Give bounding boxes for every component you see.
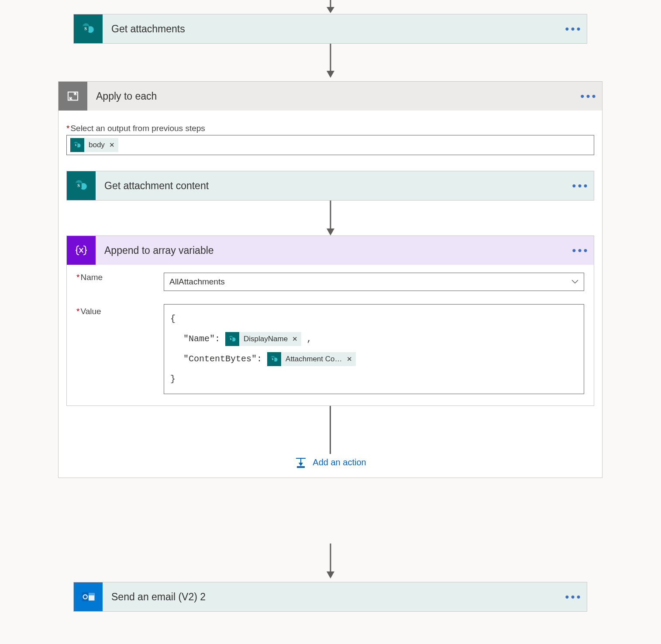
svg-rect-32	[297, 466, 305, 468]
sharepoint-icon: S	[70, 138, 84, 152]
select-output-label: *Select an output from previous steps	[66, 124, 594, 133]
add-action-label: Add an action	[313, 457, 366, 467]
step-title: Get attachments	[103, 23, 561, 35]
connector-line	[330, 406, 331, 454]
arrow-down-icon	[324, 0, 337, 13]
more-menu-icon[interactable]: •••	[561, 590, 587, 604]
name-value: AllAttachments	[169, 277, 225, 287]
add-action-button[interactable]: Add an action	[66, 456, 594, 469]
svg-marker-18	[327, 229, 334, 235]
sharepoint-icon: S	[74, 14, 103, 43]
json-name-key: "Name":	[183, 334, 220, 344]
json-contentbytes-key: "ContentBytes":	[183, 354, 262, 364]
chevron-down-icon	[571, 278, 578, 286]
token-remove[interactable]: ✕	[292, 329, 298, 349]
svg-marker-34	[327, 571, 334, 578]
step-title: Send an email (V2) 2	[103, 591, 561, 603]
arrow-down-icon	[324, 201, 337, 235]
arrow-down-icon	[324, 44, 337, 78]
svg-marker-7	[327, 71, 334, 78]
value-label: *Value	[76, 304, 164, 316]
step-apply-to-each[interactable]: Apply to each ••• *Select an output from…	[58, 81, 602, 478]
json-close: }	[170, 369, 578, 389]
insert-step-icon	[294, 456, 307, 469]
svg-text:S: S	[77, 183, 80, 188]
sharepoint-icon: S	[225, 332, 239, 346]
token-attachment-content[interactable]: S Attachment Co… ✕	[267, 352, 355, 366]
select-output-field[interactable]: S body ✕	[66, 135, 594, 155]
required-asterisk: *	[66, 124, 69, 133]
json-comma: ,	[306, 334, 312, 344]
more-menu-icon[interactable]: •••	[561, 22, 587, 36]
name-select[interactable]: AllAttachments	[164, 273, 584, 291]
svg-text:S: S	[84, 26, 87, 31]
value-field[interactable]: { "Name": S DisplayName ✕ ,	[164, 304, 584, 394]
arrow-down-icon	[324, 544, 337, 578]
more-menu-icon[interactable]: •••	[568, 244, 594, 257]
step-send-email[interactable]: Send an email (V2) 2 •••	[73, 582, 587, 612]
token-label: Attachment Co…	[286, 349, 342, 369]
name-label: *Name	[76, 273, 164, 291]
more-menu-icon[interactable]: •••	[576, 90, 602, 103]
step-get-attachment-content[interactable]: S Get attachment content •••	[66, 171, 594, 201]
outlook-icon	[74, 582, 103, 611]
step-title: Append to array variable	[96, 245, 568, 256]
step-title: Get attachment content	[96, 180, 568, 192]
sharepoint-icon: S	[267, 352, 281, 366]
token-label: body	[89, 141, 105, 149]
token-remove[interactable]: ✕	[109, 141, 115, 149]
token-label: DisplayName	[244, 329, 288, 349]
token-displayname[interactable]: S DisplayName ✕	[225, 332, 301, 346]
token-body[interactable]: S body ✕	[70, 138, 118, 152]
svg-marker-31	[299, 463, 303, 466]
step-title: Apply to each	[87, 90, 576, 102]
token-remove[interactable]: ✕	[347, 349, 352, 369]
step-get-attachments[interactable]: S Get attachments •••	[73, 14, 587, 44]
sharepoint-icon: S	[67, 171, 96, 200]
json-open: {	[170, 309, 578, 329]
step-append-to-array[interactable]: Append to array variable ••• *Name AllAt…	[66, 235, 594, 406]
foreach-icon	[59, 82, 87, 111]
svg-marker-1	[327, 7, 334, 13]
variable-icon	[67, 236, 96, 265]
more-menu-icon[interactable]: •••	[568, 179, 594, 193]
